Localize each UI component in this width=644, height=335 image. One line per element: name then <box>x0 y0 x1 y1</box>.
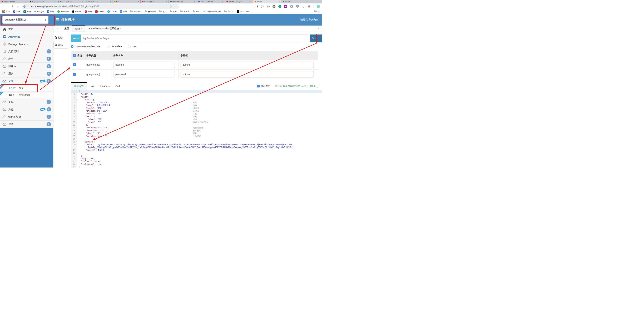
bookmark-item[interactable]: CCSDN <box>95 10 104 13</box>
tab-close-icon[interactable]: × <box>110 1 111 2</box>
browser-tab[interactable]: github pack文件损坏× <box>197 0 225 4</box>
bookmark-item[interactable]: 译翻译 <box>47 10 54 13</box>
param-name-input[interactable]: password <box>113 71 175 78</box>
side-panel-icon[interactable] <box>255 5 258 8</box>
sidebar-item-角色[interactable]: API角色NEW8 <box>0 106 53 113</box>
sidebar-item-Swagger Models[interactable]: SSwagger Models <box>0 40 53 48</box>
response-tab-Headers[interactable]: Headers <box>98 82 112 90</box>
sidebar-item-菜单[interactable]: API菜单7 <box>0 98 53 106</box>
doc-tab-Authorize-authority-权限模块[interactable]: Authorize-authority-权限模块× <box>85 26 124 32</box>
close-tab-icon[interactable]: × <box>81 28 82 30</box>
bookmark-item[interactable]: bBing <box>24 10 31 13</box>
bookmark-item[interactable]: GGoogle <box>34 10 44 13</box>
expand-tabs-button[interactable]: » <box>315 26 322 32</box>
browser-tab[interactable]: Redis 命令参考× <box>140 0 169 4</box>
tab-close-icon[interactable]: × <box>82 1 82 2</box>
bookmark-item[interactable]: 已导入 <box>180 10 190 13</box>
tab-close-icon[interactable]: × <box>250 1 251 2</box>
fold-caret[interactable]: ▾ <box>75 90 77 93</box>
radio-form-data[interactable] <box>107 45 110 48</box>
bookmark-item[interactable]: G码云 <box>85 10 92 13</box>
search-input[interactable]: 请输入搜索内容 <box>300 18 318 22</box>
request-url-input[interactable]: /api/authority/anno/login <box>81 34 309 42</box>
tab-close-icon[interactable]: × <box>138 1 139 2</box>
row-checkbox[interactable] <box>73 63 76 66</box>
gray-circle-extension-icon[interactable] <box>290 5 293 8</box>
colorful-asterisk-extension-icon[interactable] <box>308 5 310 8</box>
show-desc-checkbox[interactable] <box>257 85 260 88</box>
sidebar-endpoint-登录[interactable]: NEWPOST登录 <box>0 85 53 92</box>
sidebar-item-Authorize[interactable]: Authorize <box>0 33 53 40</box>
response-tab-Raw[interactable]: Raw <box>87 82 98 90</box>
browser-tab[interactable]: 极速下载× <box>281 0 309 4</box>
tab-close-icon[interactable]: × <box>26 1 26 2</box>
shield-extension-icon[interactable]: M <box>296 5 299 8</box>
browser-tab[interactable]: Temporary Interacti…× <box>28 0 56 4</box>
en-translate-extension-icon[interactable]: en <box>267 5 270 8</box>
sidebar-item-主页[interactable]: 主页 <box>0 26 53 33</box>
bookmark-item[interactable]: ☷ES搜索引擎文档 <box>203 10 221 13</box>
chrome-extension-icon[interactable] <box>272 5 276 8</box>
bookmark-other-folder[interactable]: 其 <box>314 10 320 13</box>
bookmark-item[interactable]: 应用 <box>2 10 10 13</box>
collapse-tabs-button[interactable]: « <box>54 26 62 32</box>
tab-close-icon[interactable]: × <box>166 1 167 2</box>
fold-caret[interactable]: ▾ <box>75 140 77 143</box>
fold-caret[interactable]: ▾ <box>75 115 77 118</box>
bookmark-item[interactable]: C开源中国 <box>58 10 69 13</box>
bookmark-item[interactable]: 笔笔记 <box>120 10 127 13</box>
sidebar-item-应用[interactable]: API应用5 <box>0 55 53 62</box>
braces-extension-icon[interactable]: {..} <box>261 5 264 8</box>
fullscreen-icon[interactable]: ↗↙ <box>317 85 320 88</box>
bookmark-item[interactable]: 学习资料 <box>130 10 142 13</box>
sidebar-item-资源[interactable]: API资源6 <box>0 120 53 128</box>
bookmark-item[interactable]: ▲百度云 <box>108 10 117 13</box>
hamburger-icon[interactable] <box>56 18 59 21</box>
tab-close-icon[interactable]: × <box>307 1 308 2</box>
tab-close-icon[interactable]: × <box>54 1 54 2</box>
browser-tab[interactable]: Zuna - JumpServer× <box>56 0 84 4</box>
param-value-input[interactable]: zuihou <box>180 62 314 68</box>
back-icon[interactable]: ← <box>2 5 6 8</box>
tab-close-icon[interactable]: × <box>279 1 280 2</box>
browser-tab[interactable]: Nacos× <box>112 0 140 4</box>
bookmark-star-icon[interactable]: ☆ <box>175 5 178 8</box>
doc-tab-登录[interactable]: 登录× <box>72 26 85 32</box>
fold-caret[interactable]: ▾ <box>75 98 77 101</box>
doc-tab-主页[interactable]: 主页 <box>62 26 72 32</box>
profile-avatar[interactable] <box>317 5 320 8</box>
address-bar[interactable]: i 127.0.0.1:8760/api/gate/doc.html#/auth… <box>22 4 180 9</box>
rp-extension-icon[interactable]: RP <box>284 5 287 8</box>
sidebar-endpoint-验证token[interactable]: NEWGET验证token <box>0 92 53 98</box>
response-tab-响应内容[interactable]: 响应内容 <box>71 82 87 90</box>
bookmark-item[interactable]: 什么都有 <box>145 10 156 13</box>
param-name-input[interactable]: account <box>113 62 175 68</box>
sidebar-item-服务表[interactable]: API服务表6 <box>0 62 53 70</box>
param-value-input[interactable]: zuihou <box>180 71 314 78</box>
home-icon[interactable]: ⌂ <box>16 5 20 8</box>
tab-doc[interactable]: 文档 <box>54 34 68 41</box>
bookmark-item[interactable]: 百百度 <box>13 10 20 13</box>
gitzip-extension-icon[interactable]: GitZip <box>302 5 305 8</box>
fold-caret[interactable]: ▾ <box>75 96 77 98</box>
select-all-checkbox[interactable] <box>73 54 76 57</box>
translate-icon[interactable]: 文 <box>170 5 173 8</box>
browser-tab[interactable]: 百度 登录/SESSIO…× <box>0 0 28 4</box>
bookmark-item[interactable]: 公司 <box>170 10 177 13</box>
bookmark-item[interactable]: 微信 <box>159 10 166 13</box>
bookmark-item[interactable]: mac <box>193 10 200 12</box>
tab-close-icon[interactable]: × <box>194 1 195 2</box>
row-checkbox[interactable] <box>73 73 76 76</box>
radio-x-www-form-urlencoded[interactable] <box>71 45 74 48</box>
page-info-icon[interactable]: i <box>24 5 26 8</box>
tab-close-icon[interactable]: × <box>222 1 223 2</box>
response-tab-Curl[interactable]: Curl <box>112 82 123 90</box>
bookmark-item[interactable]: 10 241024Tools <box>237 10 249 13</box>
forward-icon[interactable]: → <box>6 5 11 8</box>
send-button[interactable]: 发送 <box>310 34 322 42</box>
sidebar-item-文档管理[interactable]: 文档管理3 <box>0 48 53 55</box>
tab-debug[interactable]: 调试 <box>54 41 68 49</box>
browser-tab[interactable]: 国家政务服务平台× <box>169 0 197 4</box>
bookmark-item[interactable]: GitHub <box>72 10 82 13</box>
globe-extension-icon[interactable]: 🌐 <box>278 5 281 8</box>
